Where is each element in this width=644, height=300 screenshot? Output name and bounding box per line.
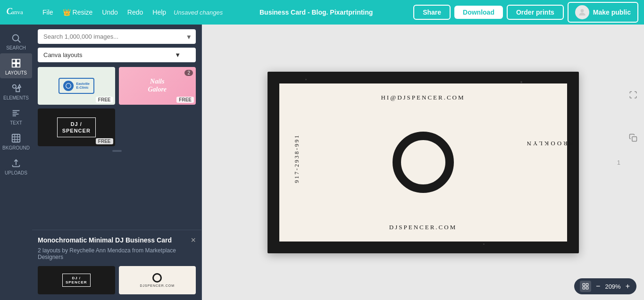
fit-screen-icon[interactable]	[629, 91, 637, 100]
speckle	[305, 79, 307, 80]
canva-logo[interactable]: C anva	[6, 5, 30, 20]
canvas-area[interactable]: 1 HI@DJSPENCER.COM DJSPENCER.COM 917-293…	[202, 25, 644, 300]
thumb-dj-text: DJ /SPENCER	[62, 274, 91, 287]
layout-dropdown: Canva layouts ▼	[38, 48, 196, 62]
speckle	[483, 243, 485, 245]
sidebar-item-elements[interactable]: ELEMENTS	[0, 78, 32, 103]
resize-icon: 👑	[63, 8, 71, 16]
svg-rect-17	[583, 283, 585, 286]
svg-rect-16	[12, 134, 20, 142]
chevron-down-icon: ▼	[175, 51, 181, 58]
make-public-button[interactable]: Make public	[568, 2, 638, 23]
file-menu[interactable]: File	[38, 6, 58, 19]
zoom-value: 209%	[605, 283, 620, 290]
thumb-circle	[152, 273, 162, 283]
zoom-fit-icon[interactable]	[580, 281, 591, 292]
undo-menu[interactable]: Undo	[97, 6, 122, 19]
business-card-outer[interactable]: HI@DJSPENCER.COM DJSPENCER.COM 917-2938-…	[268, 72, 579, 253]
info-title-row: Monochromatic Minimal DJ Business Card ×	[38, 236, 196, 244]
eastville-circle	[63, 81, 74, 91]
eastville-text: EastvilleE-Clinic	[76, 82, 90, 90]
unsaved-label: Unsaved changes	[174, 9, 223, 16]
sidebar-item-uploads[interactable]: UPLOADS	[0, 153, 32, 178]
thumb-dj2-text: DJSPENCER.COM	[140, 284, 175, 287]
eastville-logo: EastvilleE-Clinic	[59, 78, 94, 94]
search-dropdown-button[interactable]: ▼	[186, 33, 192, 40]
business-card-phone[interactable]: 917-2938-991	[293, 134, 301, 183]
document-title: Business Card - Blog. Pixartprinting	[223, 8, 410, 16]
svg-point-3	[13, 35, 19, 41]
info-close-button[interactable]: ×	[191, 236, 196, 244]
sidebar-item-search[interactable]: SEARCH	[0, 28, 32, 53]
svg-rect-18	[586, 283, 588, 286]
svg-marker-11	[18, 85, 21, 88]
page-number: 1	[617, 159, 620, 166]
redo-menu[interactable]: Redo	[123, 6, 148, 19]
svg-rect-19	[583, 287, 585, 289]
svg-rect-10	[16, 88, 19, 92]
sidebar-layouts-label: LAYOUTS	[5, 70, 27, 75]
layout-dropdown-button[interactable]: Canva layouts ▼	[38, 48, 196, 62]
svg-rect-20	[586, 287, 588, 289]
resize-menu[interactable]: 👑 Resize	[58, 6, 98, 19]
speckle	[520, 81, 522, 83]
dj-title: DJ /SPENCER	[57, 117, 96, 138]
business-card-circle	[393, 132, 454, 193]
copy-icon[interactable]	[629, 133, 637, 144]
layout-card-nails[interactable]: NailsGalore 2 FREE	[119, 67, 196, 105]
svg-rect-7	[12, 64, 16, 67]
layout-cards: EastvilleE-Clinic FREE NailsGalore 2 FRE…	[32, 67, 201, 230]
panel-separator	[112, 150, 122, 152]
svg-rect-6	[17, 59, 20, 63]
info-panel: Monochromatic Minimal DJ Business Card ×…	[32, 230, 201, 300]
business-card-inner[interactable]: HI@DJSPENCER.COM DJSPENCER.COM 917-2938-…	[279, 83, 567, 242]
sidebar-item-text[interactable]: TEXT	[0, 103, 32, 128]
svg-rect-5	[12, 59, 16, 63]
svg-point-2	[581, 9, 584, 12]
svg-text:anva: anva	[11, 8, 23, 16]
search-bar: ▼	[38, 29, 196, 44]
sidebar-item-layouts[interactable]: LAYOUTS	[0, 53, 32, 78]
info-title-text: Monochromatic Minimal DJ Business Card	[38, 236, 172, 244]
zoom-out-button[interactable]: −	[595, 283, 601, 290]
layout-card-dj[interactable]: DJ /SPENCER FREE	[38, 108, 115, 146]
free-badge-nails: FREE	[176, 97, 194, 103]
svg-rect-8	[17, 64, 20, 67]
svg-line-4	[18, 40, 20, 42]
info-card-dark[interactable]: DJ /SPENCER	[38, 266, 115, 294]
count-badge: 2	[184, 70, 193, 76]
sidebar-text-label: TEXT	[10, 120, 22, 125]
top-navigation: C anva File 👑 Resize Undo Redo Help Unsa…	[0, 0, 644, 25]
info-card-light[interactable]: DJSPENCER.COM	[119, 266, 196, 294]
zoom-bar: − 209% +	[574, 278, 636, 294]
info-cards-row: DJ /SPENCER DJSPENCER.COM	[38, 266, 196, 294]
sidebar-elements-label: ELEMENTS	[3, 95, 29, 100]
layout-card-eastville[interactable]: EastvilleE-Clinic FREE	[38, 67, 115, 105]
sidebar-background-label: BKGROUND	[2, 145, 30, 150]
right-panel-icons	[629, 91, 637, 144]
svg-point-9	[13, 85, 16, 88]
download-button[interactable]: Download	[454, 6, 503, 19]
share-button[interactable]: Share	[413, 5, 451, 20]
zoom-in-button[interactable]: +	[625, 283, 631, 290]
free-badge-dj: FREE	[96, 138, 113, 144]
nails-title: NailsGalore	[148, 78, 167, 94]
free-badge: FREE	[96, 97, 113, 103]
avatar	[575, 5, 589, 19]
svg-rect-21	[632, 137, 637, 142]
icon-sidebar: SEARCH LAYOUTS ELEMENTS TEXT	[0, 25, 32, 300]
info-subtitle: 2 layouts by Reychelle Ann Mendoza from …	[38, 247, 196, 260]
cards-row-2: DJ /SPENCER FREE	[38, 108, 196, 146]
panel: ▼ Canva layouts ▼ EastvilleE	[32, 25, 202, 300]
cards-row-1: EastvilleE-Clinic FREE NailsGalore 2 FRE…	[38, 67, 196, 105]
business-card-location[interactable]: BROOKLYN	[525, 140, 573, 147]
business-card-website[interactable]: DJSPENCER.COM	[389, 224, 457, 231]
search-input[interactable]	[38, 29, 196, 44]
sidebar-uploads-label: UPLOADS	[5, 170, 27, 175]
sidebar-search-label: SEARCH	[6, 45, 26, 50]
main-layout: SEARCH LAYOUTS ELEMENTS TEXT	[0, 25, 644, 300]
business-card-email[interactable]: HI@DJSPENCER.COM	[381, 94, 465, 101]
help-menu[interactable]: Help	[148, 6, 171, 19]
order-prints-button[interactable]: Order prints	[507, 5, 564, 20]
sidebar-item-background[interactable]: BKGROUND	[0, 128, 32, 153]
